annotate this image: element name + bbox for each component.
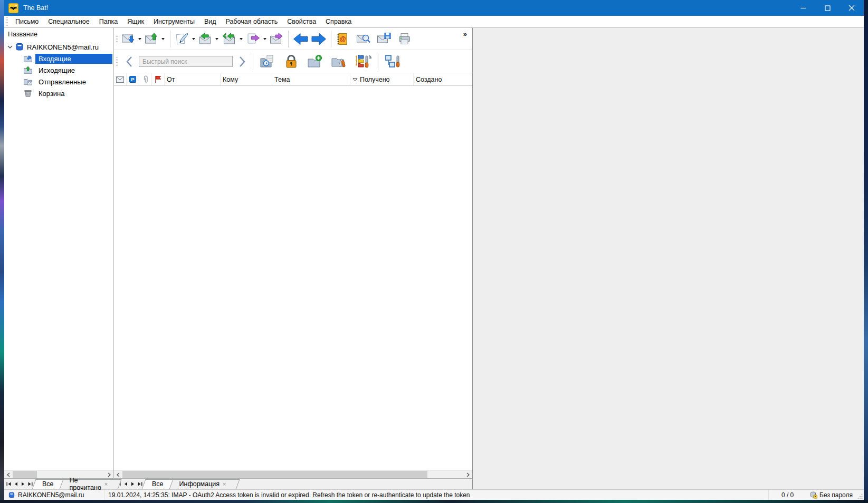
message-list-empty-area[interactable] [114,86,472,470]
folder-view-button[interactable] [259,53,276,70]
dropdown-caret-icon[interactable] [138,38,141,40]
previous-message-button[interactable] [292,32,309,46]
column-flag[interactable] [152,73,165,85]
envelope-green-left-arrow-icon [198,32,213,46]
menu-properties[interactable]: Свойства [282,16,321,27]
column-subject[interactable]: Тема [272,73,350,85]
send-mail-button[interactable] [144,31,159,47]
toolbar-overflow-chevron[interactable]: » [463,28,470,38]
menubar-grip-handle[interactable] [6,17,8,26]
menu-help[interactable]: Справка [321,16,356,27]
forward-button[interactable] [245,31,261,47]
last-tab-button[interactable] [138,482,142,486]
scroll-left-arrow-icon[interactable] [114,471,122,478]
column-received[interactable]: Получено [350,73,414,85]
reply-button[interactable] [198,31,213,47]
folder-label: Входящие [35,54,74,64]
redirect-button[interactable] [269,31,284,47]
scrollbar-track[interactable] [427,471,464,478]
search-next-button[interactable] [237,54,247,70]
check-mail-button[interactable] [121,31,136,47]
reply-all-button[interactable] [221,31,237,47]
save-message-button[interactable] [376,31,392,47]
tab-nav-buttons [4,479,36,489]
tab-close-icon[interactable]: × [104,481,108,487]
folder-item-outbox[interactable]: Исходящие [4,64,113,76]
tree-column-header[interactable]: Название [4,28,113,40]
dropdown-caret-icon[interactable] [263,38,266,40]
minimize-button[interactable] [791,0,815,16]
tab-unread[interactable]: Не прочитано × [63,479,118,489]
statusbar-message-counter: 0 / 0 [768,490,806,500]
quick-search-input[interactable] [139,56,233,67]
toolbar-grip-handle[interactable] [116,57,118,66]
toolbar-separator [170,31,170,47]
tab-all-folders[interactable]: Все [36,479,63,489]
sorting-office-button[interactable] [354,53,372,71]
toolbar-grip-handle[interactable] [116,35,118,43]
network-settings-button[interactable] [384,53,402,71]
column-from[interactable]: От [165,73,221,85]
folder-clock-document-icon [260,54,275,69]
scroll-right-arrow-icon[interactable] [105,471,113,478]
dropdown-caret-icon[interactable] [240,38,243,40]
maximize-button[interactable] [815,0,840,16]
desktop-edge-right [864,0,868,503]
column-to[interactable]: Кому [221,73,272,85]
message-list-column-headers: P От Кому Тема [114,73,472,86]
menu-letter[interactable]: Письмо [11,16,43,27]
menu-folder[interactable]: Папка [94,16,122,27]
folder-maintenance-button[interactable] [330,53,347,70]
next-tab-button[interactable] [131,482,135,486]
new-message-button[interactable] [174,31,190,47]
envelope-magnifier-icon [356,32,371,46]
first-tab-button[interactable] [6,482,11,486]
menu-view[interactable]: Вид [199,16,221,27]
dropdown-caret-icon[interactable] [161,38,165,40]
menu-mailbox[interactable]: Ящик [122,16,149,27]
close-button[interactable] [840,0,864,16]
search-previous-button[interactable] [125,54,134,70]
column-attachment[interactable] [139,73,152,85]
message-preview-pane[interactable] [472,28,864,489]
folder-item-inbox[interactable]: Входящие [4,53,113,64]
folder-item-sent[interactable]: Отправленные [4,76,113,88]
menu-workspace[interactable]: Рабочая область [221,16,283,27]
column-envelope[interactable] [114,73,127,85]
print-button[interactable] [397,31,412,47]
tab-close-icon[interactable]: × [223,481,226,487]
column-priority[interactable]: P [127,73,139,85]
search-messages-button[interactable] [356,31,371,47]
dropdown-caret-icon[interactable] [192,38,195,40]
prev-tab-button[interactable] [14,482,18,486]
inbox-folder-icon [23,54,33,63]
trash-icon [23,89,33,98]
scroll-right-arrow-icon[interactable] [464,471,472,478]
new-folder-button[interactable] [307,53,323,70]
scrollbar-thumb[interactable] [13,471,37,478]
account-row[interactable]: RAIKKONEN5@mail.ru [4,41,113,53]
prev-tab-button[interactable] [124,482,128,486]
window-resize-grip[interactable] [856,490,864,500]
search-toolbar [114,50,472,73]
folder-item-trash[interactable]: Корзина [4,88,113,99]
mailbox-account-icon [15,43,24,51]
envelope-icon [116,76,124,83]
list-horizontal-scrollbar[interactable] [114,470,472,478]
column-created[interactable]: Создано [414,73,472,85]
tab-all-messages[interactable]: Все [146,479,173,489]
menu-tools[interactable]: Инструменты [149,16,199,27]
scroll-left-arrow-icon[interactable] [4,471,13,478]
address-book-button[interactable]: @ [335,31,350,47]
password-lock-button[interactable] [284,53,299,70]
scrollbar-thumb[interactable] [122,471,427,478]
statusbar-password-status[interactable]: Без пароля [806,490,856,500]
expand-chevron-icon[interactable] [7,45,15,49]
folder-label: Отправленные [35,77,89,87]
next-tab-button[interactable] [21,482,25,486]
menu-special[interactable]: Специальное [43,16,94,27]
dropdown-caret-icon[interactable] [215,38,218,40]
tab-information[interactable]: Информация × [173,479,236,489]
next-message-button[interactable] [310,32,327,46]
last-tab-button[interactable] [28,482,33,486]
